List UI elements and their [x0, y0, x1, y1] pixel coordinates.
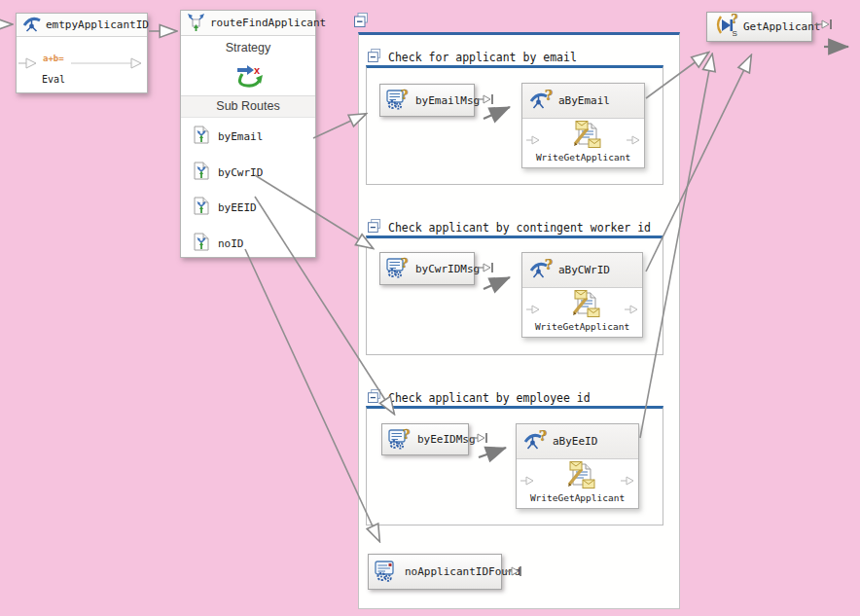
- subroute-item-byeeid[interactable]: byEEID: [181, 191, 315, 224]
- flow-terminator-icon: [477, 92, 496, 106]
- svg-text:?: ?: [545, 90, 553, 103]
- node-label: byEeIDMsg: [417, 433, 476, 446]
- eval-icon: a+b=: [43, 54, 64, 63]
- processor-out-arrow-icon: [626, 134, 641, 146]
- svg-text:?: ?: [403, 427, 411, 442]
- subroute-label: byCwrID: [218, 166, 263, 179]
- subroute-label: byEmail: [218, 130, 263, 143]
- svg-text:?: ?: [545, 259, 553, 272]
- svg-text:?: ?: [732, 14, 738, 26]
- node-by-cwr-id-msg[interactable]: ? byCwrIDMsg: [379, 252, 475, 285]
- subroute-label: byEEID: [218, 201, 257, 214]
- node-label: aByCWrID: [558, 264, 610, 276]
- node-label: aByEmail: [558, 94, 610, 107]
- flow-reference-icon: ? S: [713, 14, 738, 40]
- svg-text:?: ?: [401, 88, 409, 102]
- subroute-item-byemail[interactable]: byEmail: [181, 120, 315, 153]
- node-label: aByEeID: [553, 435, 597, 448]
- enricher-icon: ?: [529, 90, 555, 113]
- node-route-find-applicant[interactable]: routeFindApplicant Strategy x Sub Routes: [180, 10, 316, 258]
- message-flag-icon: [375, 559, 400, 585]
- node-get-applicant[interactable]: ? S GetApplicant: [706, 12, 812, 42]
- flow-terminator-icon: [477, 261, 496, 274]
- router-icon: [187, 13, 205, 34]
- flow-terminator-icon: [471, 431, 490, 445]
- subroute-icon: [194, 233, 209, 254]
- message-properties-icon: ?: [386, 88, 411, 113]
- node-empty-applicant-id[interactable]: emtpyApplicantID a+b= Eval: [16, 13, 148, 93]
- node-label: routeFindApplicant: [210, 17, 326, 29]
- enricher-icon: [22, 16, 41, 35]
- flow-ref-badge: S: [733, 29, 737, 37]
- processor-label: WriteGetApplicant: [535, 321, 629, 332]
- processor-out-arrow-icon: [624, 304, 639, 315]
- svg-text:?: ?: [539, 430, 547, 444]
- enricher-icon: ?: [529, 259, 555, 282]
- node-a-by-ee-id[interactable]: ? aByEeID: [516, 423, 639, 509]
- subroute-icon: [194, 162, 209, 183]
- node-label: emtpyApplicantID: [46, 18, 149, 31]
- strategy-icon[interactable]: x: [234, 61, 264, 92]
- section-collapse-icon[interactable]: [368, 389, 381, 406]
- processor-label: WriteGetApplicant: [536, 152, 630, 163]
- node-no-applicant-id-found[interactable]: noApplicantIDFound: [368, 554, 502, 590]
- section-title: Check applicant by employee id: [388, 391, 591, 405]
- processor-out-arrow-icon: [620, 475, 635, 487]
- write-document-icon: [560, 461, 595, 492]
- section-title: Check for applicant by email: [388, 51, 577, 64]
- section-title: Check applicant by contingent worker id: [388, 221, 651, 235]
- node-label: byEmailMsg: [415, 94, 480, 107]
- enricher-body: a+b= Eval: [17, 37, 147, 93]
- node-label: byCwrIDMsg: [415, 263, 480, 275]
- node-a-by-email[interactable]: ? aByEmail: [521, 83, 645, 168]
- flow-canvas[interactable]: emtpyApplicantID a+b= Eval: [0, 0, 860, 616]
- strategy-section-label: Strategy: [181, 41, 315, 54]
- sub-routes-section-label: Sub Routes: [181, 95, 315, 118]
- container-collapse-icon[interactable]: [354, 13, 369, 31]
- section-collapse-icon[interactable]: [368, 49, 381, 65]
- message-properties-icon: ?: [388, 427, 412, 453]
- section-collapse-icon[interactable]: [368, 219, 381, 236]
- message-properties-icon: ?: [386, 256, 411, 281]
- subroute-item-noid[interactable]: noID: [181, 227, 315, 260]
- processor-label: WriteGetApplicant: [530, 492, 625, 503]
- eval-label: Eval: [42, 74, 65, 85]
- write-document-icon: [565, 290, 600, 321]
- node-label: GetApplicant: [743, 20, 820, 33]
- node-by-ee-id-msg[interactable]: ? byEeIDMsg: [381, 423, 469, 455]
- node-label: noApplicantIDFound: [405, 565, 520, 578]
- svg-text:?: ?: [401, 256, 409, 271]
- svg-text:x: x: [254, 64, 261, 76]
- subroute-icon: [194, 197, 209, 218]
- subroute-label: noID: [218, 237, 244, 250]
- flow-terminator-icon: [815, 18, 835, 31]
- node-a-by-cwr-id[interactable]: ? aByCWrID: [521, 252, 643, 338]
- flow-terminator-icon: [505, 564, 524, 578]
- write-document-icon: [566, 121, 601, 152]
- eval-entry-arrow-icon: [18, 58, 36, 68]
- subroute-item-bycwrid[interactable]: byCwrID: [181, 156, 315, 189]
- node-by-email-msg[interactable]: ? byEmailMsg: [379, 84, 475, 117]
- subroute-icon: [194, 126, 209, 147]
- enricher-icon: ?: [523, 430, 549, 453]
